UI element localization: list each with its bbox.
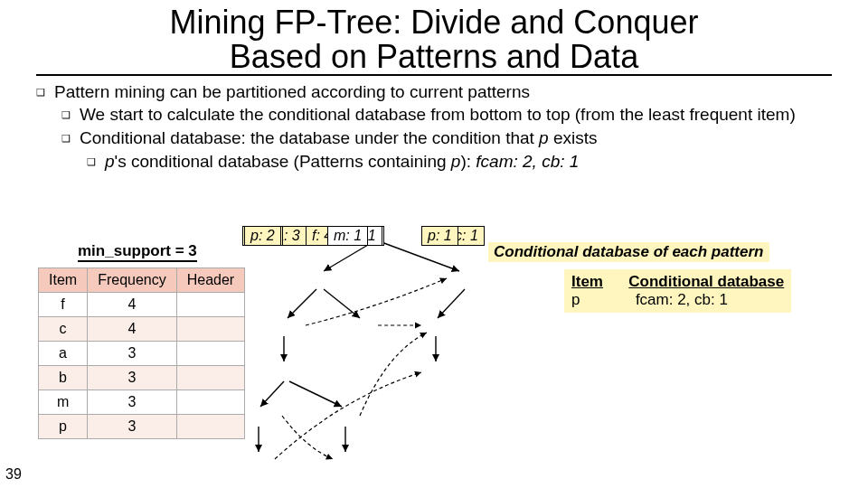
table-row: f4 (39, 293, 245, 317)
bullet-3: ❑p's conditional database (Patterns cont… (112, 151, 832, 173)
col-item: Item (39, 268, 88, 293)
table-row: c4 (39, 317, 245, 342)
node-p1: p: 1 (421, 226, 458, 246)
cond-col-db: Conditional database (628, 273, 784, 290)
table-row: a3 (39, 342, 245, 366)
svg-line-4 (438, 289, 465, 318)
cond-db-title: Conditional database of each pattern (488, 242, 769, 262)
table-row: p3 (39, 415, 245, 439)
col-freq: Frequency (88, 268, 177, 293)
table-row: m3 (39, 390, 245, 415)
svg-line-6 (260, 381, 284, 407)
bullet-2: ❑Conditional database: the database unde… (87, 127, 832, 149)
node-m1: m: 1 (327, 226, 368, 246)
fp-tree: {} f: 4 c: 1 c: 3 b: 1 b: 1 a: 3 p: 1 m:… (233, 226, 559, 488)
page-number: 39 (5, 466, 22, 483)
svg-line-7 (289, 381, 342, 407)
cond-row-item: p (571, 291, 580, 308)
cond-db-table: Item Conditional database p fcam: 2, cb:… (564, 269, 791, 313)
svg-line-3 (324, 289, 360, 318)
svg-line-2 (288, 289, 316, 318)
cond-col-item: Item (571, 273, 603, 290)
slide-title: Mining FP-Tree: Divide and Conquer Based… (0, 0, 868, 74)
svg-line-1 (382, 242, 459, 271)
table-row: b3 (39, 366, 245, 390)
bullet-0: ❑Pattern mining can be partitioned accor… (52, 81, 832, 103)
frequency-table: ItemFrequencyHeader f4 c4 a3 b3 m3 p3 (38, 267, 245, 439)
node-p2: p: 2 (244, 226, 281, 246)
bullet-1: ❑We start to calculate the conditional d… (87, 104, 832, 126)
tree-edges (233, 226, 559, 488)
svg-line-0 (324, 242, 373, 271)
min-support-label: min_support = 3 (78, 242, 197, 262)
title-line1: Mining FP-Tree: Divide and Conquer (170, 4, 699, 41)
title-line2: Based on Patterns and Data (230, 38, 638, 75)
body-text: ❑Pattern mining can be partitioned accor… (0, 81, 868, 173)
cond-row-val: fcam: 2, cb: 1 (636, 291, 728, 308)
